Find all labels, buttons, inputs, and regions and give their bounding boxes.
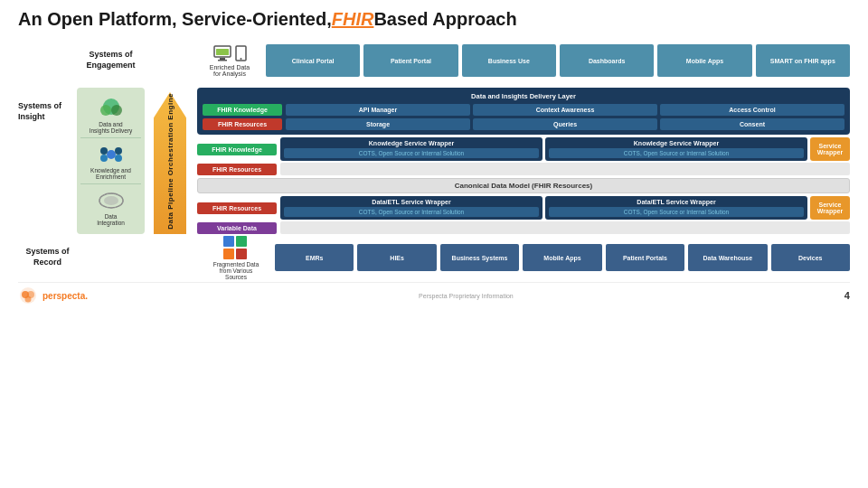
- fhir-knowledge-btn-2: FHIR Knowledge: [197, 144, 277, 155]
- svg-point-12: [100, 155, 108, 162]
- service-wrapper-box-2: Service Wrapper: [810, 196, 850, 220]
- integration-section: FHIR Resources Data/ETL Service Wrapper …: [197, 196, 850, 234]
- etl-wrapper-2: Data/ETL Service Wrapper COTS, Open Sour…: [545, 196, 807, 220]
- title-prefix: An Open Platform, Service-Oriented,: [18, 9, 332, 30]
- fhir-resources-btn-3: FHIR Resources: [197, 202, 277, 214]
- title-suffix: Based Approach: [373, 9, 516, 30]
- tablet-icon: [235, 45, 247, 61]
- bottom-box-patient: Patient Portals: [606, 244, 684, 271]
- fhir-resources-btn-1: FHIR Resources: [203, 118, 282, 130]
- knowledge-wrapper-2: Knowledge Service Wrapper COTS, Open Sou…: [545, 137, 807, 161]
- svg-point-13: [115, 155, 122, 162]
- page-number: 4: [844, 290, 850, 301]
- knowledge-wrapper-1: Knowledge Service Wrapper COTS, Open Sou…: [280, 137, 542, 161]
- delivery-box-context: Context Awareness: [473, 104, 657, 116]
- bottom-box-hies: HIEs: [357, 244, 436, 271]
- top-box-patient: Patient Portal: [363, 44, 458, 77]
- systems-insight-label: Systems ofInsight: [18, 88, 77, 234]
- knowledge-icon-item: Knowledge and Enrichment: [80, 138, 141, 184]
- bottom-box-dw: Data Warehouse: [688, 244, 767, 271]
- engagement-label: Systems ofEngagement: [77, 50, 145, 70]
- delivery-box-consent: Consent: [660, 118, 844, 130]
- fhir-resources-btn-2: FHIR Resources: [197, 164, 277, 175]
- integration-icon-item: Data Integration: [80, 184, 141, 230]
- svg-rect-2: [218, 60, 227, 61]
- svg-rect-3: [216, 49, 229, 55]
- bottom-box-devices: Devices: [771, 244, 850, 271]
- top-box-smart: SMART on FHIR apps: [756, 44, 850, 77]
- top-box-mobile: Mobile Apps: [657, 44, 751, 77]
- svg-point-10: [100, 147, 108, 155]
- svg-point-8: [111, 105, 122, 116]
- enriched-data-box: Enriched Data for Analysis: [197, 45, 262, 77]
- bottom-box-bizs: Business Systems: [440, 244, 519, 271]
- page: An Open Platform, Service-Oriented, FHIR…: [0, 0, 868, 488]
- top-box-dashboards: Dashboards: [560, 44, 654, 77]
- svg-point-7: [100, 105, 111, 116]
- bottom-box-mobile: Mobile Apps: [523, 244, 601, 271]
- fragmented-data-box: Fragmented Data from Various Sources: [204, 236, 268, 280]
- svg-point-5: [240, 58, 241, 60]
- etl-wrapper-1: Data/ETL Service Wrapper COTS, Open Sour…: [280, 196, 542, 220]
- title-fhir: FHIR: [332, 9, 374, 30]
- canonical-label: Canonical Data Model (FHIR Resources): [197, 178, 850, 193]
- bottom-box-emrs: EMRs: [275, 244, 354, 271]
- svg-point-15: [104, 196, 118, 205]
- variable-data-btn: Variable Data: [197, 222, 277, 234]
- delivery-layer-title: Data and Insights Delivery Layer: [203, 92, 844, 100]
- delivery-box-access: Access Control: [660, 104, 844, 116]
- svg-point-11: [115, 147, 122, 155]
- delivery-layer-panel: Data and Insights Delivery Layer FHIR Kn…: [197, 88, 850, 135]
- monitor-icon: [213, 45, 231, 61]
- svg-rect-1: [220, 58, 225, 60]
- perspecta-logo: perspecta.: [18, 286, 88, 305]
- perspecta-logo-icon: [18, 286, 38, 305]
- footer: perspecta. Perspecta Proprietary Informa…: [18, 282, 850, 305]
- service-wrapper-box-1: Service Wrapper: [810, 137, 850, 161]
- footer-center-text: Perspecta Proprietary Information: [419, 293, 514, 299]
- fhir-knowledge-btn-1: FHIR Knowledge: [203, 104, 282, 116]
- knowledge-icon: [97, 142, 126, 167]
- perspecta-logo-text: perspecta.: [42, 291, 88, 301]
- pipeline-arrow-col: Data Pipeline Orchestration Engine: [148, 88, 192, 234]
- delivery-box-storage: Storage: [286, 118, 470, 130]
- svg-point-20: [25, 296, 32, 303]
- delivery-icon-item: Data and Insights Delivery: [80, 92, 141, 138]
- pipeline-label: Data Pipeline Orchestration Engine: [166, 93, 175, 230]
- knowledge-section: FHIR Knowledge Knowledge Service Wrapper…: [197, 137, 850, 175]
- top-box-clinical: Clinical Portal: [266, 44, 360, 77]
- delivery-box-queries: Queries: [473, 118, 657, 130]
- record-label: Systems ofRecord: [18, 247, 77, 267]
- delivery-icon: [97, 96, 126, 121]
- integration-icon: [97, 188, 126, 213]
- top-box-business: Business Use: [462, 44, 556, 77]
- delivery-box-api: API Manager: [286, 104, 470, 116]
- svg-point-9: [107, 150, 116, 159]
